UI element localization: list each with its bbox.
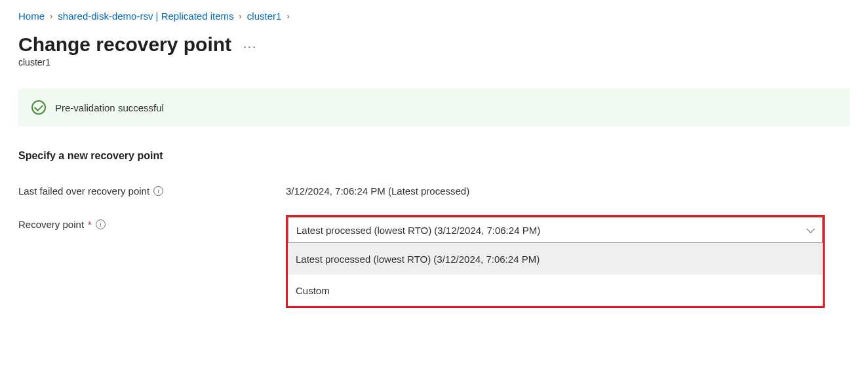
info-icon[interactable]: i [96,219,106,229]
section-heading: Specify a new recovery point [18,150,850,162]
recovery-point-label: Recovery point [18,219,84,230]
last-failed-over-row: Last failed over recovery point i 3/12/2… [18,181,850,197]
chevron-right-icon: › [50,11,52,21]
dropdown-selected-value: Latest processed (lowest RTO) (3/12/2024… [296,225,540,236]
recovery-point-row: Recovery point * i Latest processed (low… [18,215,850,308]
breadcrumb-cluster[interactable]: cluster1 [247,10,282,22]
breadcrumb-home[interactable]: Home [18,10,45,22]
page-title: Change recovery point [18,33,231,56]
required-asterisk: * [88,219,92,230]
page-subtitle: cluster1 [18,57,850,67]
info-icon[interactable]: i [153,186,163,196]
breadcrumb-vault[interactable]: shared-disk-demo-rsv | Replicated items [58,10,233,22]
chevron-down-icon [806,226,814,234]
chevron-right-icon: › [239,11,242,21]
breadcrumb: Home › shared-disk-demo-rsv | Replicated… [18,10,850,22]
check-circle-icon [31,100,46,115]
status-banner: Pre-validation successful [18,88,850,126]
recovery-point-dropdown[interactable]: Latest processed (lowest RTO) (3/12/2024… [288,217,823,243]
status-message: Pre-validation successful [55,102,164,113]
recovery-point-dropdown-highlight: Latest processed (lowest RTO) (3/12/2024… [286,215,825,308]
dropdown-option-custom[interactable]: Custom [288,275,823,306]
last-failed-over-value: 3/12/2024, 7:06:24 PM (Latest processed) [286,181,850,197]
more-actions-button[interactable]: ··· [243,36,257,54]
dropdown-options-list: Latest processed (lowest RTO) (3/12/2024… [288,243,823,306]
chevron-right-icon: › [286,11,289,21]
last-failed-over-label: Last failed over recovery point [18,185,149,197]
dropdown-option-latest-processed[interactable]: Latest processed (lowest RTO) (3/12/2024… [288,243,823,275]
